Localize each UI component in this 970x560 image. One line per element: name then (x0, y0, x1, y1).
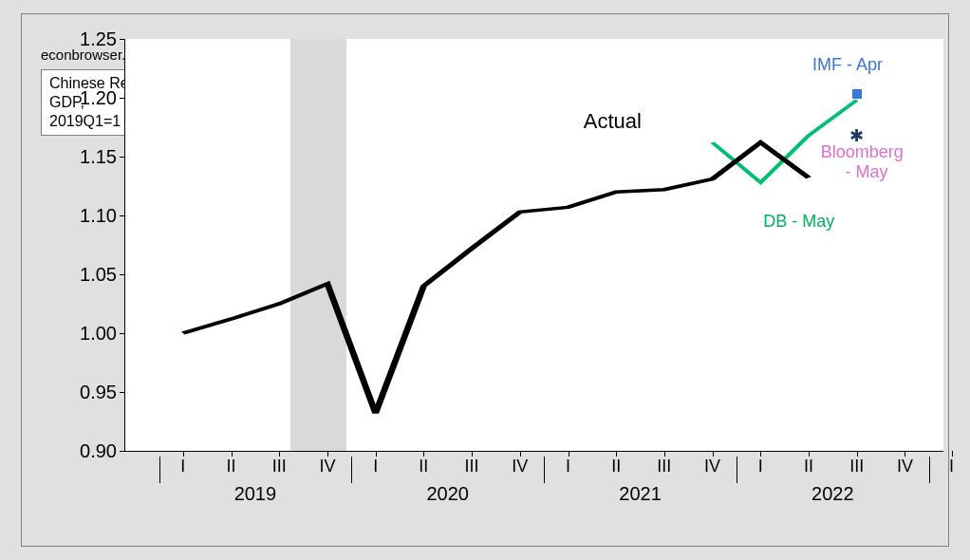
y-tick: 1.00 (60, 322, 117, 344)
x-quarter: IV (319, 457, 335, 476)
y-tick: 1.20 (60, 86, 117, 108)
x-quarter: II (419, 457, 428, 476)
x-quarter: I (758, 457, 763, 476)
imf-apr-marker (852, 89, 862, 99)
y-tick-mark (120, 392, 125, 393)
label-bloomberg-l2: - May (846, 162, 888, 182)
y-tick-mark (120, 157, 125, 158)
y-tick-mark (120, 215, 125, 216)
y-axis-labels: 0.90 0.95 1.00 1.05 1.10 1.15 1.20 1.25 (60, 39, 117, 451)
x-quarter: II (611, 457, 621, 476)
x-quarter: IV (704, 457, 720, 476)
plot-area: ✱ Actual DB - May IMF - Apr Bloomberg - … (124, 39, 943, 452)
series-actual (183, 142, 809, 413)
y-tick: 1.10 (60, 204, 117, 226)
x-quarter: II (227, 457, 236, 476)
year-divider (544, 457, 545, 483)
series-svg (125, 39, 943, 451)
x-quarter: IV (512, 457, 528, 476)
label-bloomberg-l1: Bloomberg (821, 142, 904, 162)
y-tick-mark (120, 451, 125, 452)
x-quarter: II (804, 457, 813, 476)
label-actual: Actual (584, 109, 642, 134)
x-year: 2019 (234, 483, 277, 505)
y-tick-mark (120, 333, 125, 334)
y-tick: 0.90 (60, 440, 117, 462)
year-divider (159, 457, 160, 483)
recession-shade (290, 39, 346, 451)
y-tick-mark (120, 274, 125, 275)
x-quarter: I (373, 457, 378, 476)
x-quarter: III (657, 457, 671, 476)
label-imf-apr: IMF - Apr (812, 55, 883, 75)
x-year: 2021 (619, 483, 662, 505)
x-quarter: I (566, 457, 570, 476)
y-tick: 1.05 (60, 263, 117, 285)
y-tick: 1.15 (60, 145, 117, 167)
y-tick: 1.25 (60, 28, 117, 50)
year-divider (351, 457, 352, 483)
x-quarter: IV (897, 457, 913, 476)
label-db-may: DB - May (763, 212, 834, 232)
x-quarter: I (949, 457, 954, 476)
x-year: 2020 (426, 483, 469, 505)
x-quarter: III (465, 457, 479, 476)
y-tick: 0.95 (60, 381, 117, 402)
year-divider (929, 457, 930, 483)
x-year: 2022 (811, 483, 854, 505)
year-divider (737, 457, 737, 483)
x-quarter: I (180, 457, 185, 476)
y-tick-mark (120, 98, 125, 99)
chart-frame: econbrowser.com Chinese Real GDP, 2019Q1… (21, 13, 949, 547)
x-quarter: III (272, 457, 287, 476)
y-tick-mark (120, 39, 125, 40)
x-quarter: III (849, 457, 864, 476)
